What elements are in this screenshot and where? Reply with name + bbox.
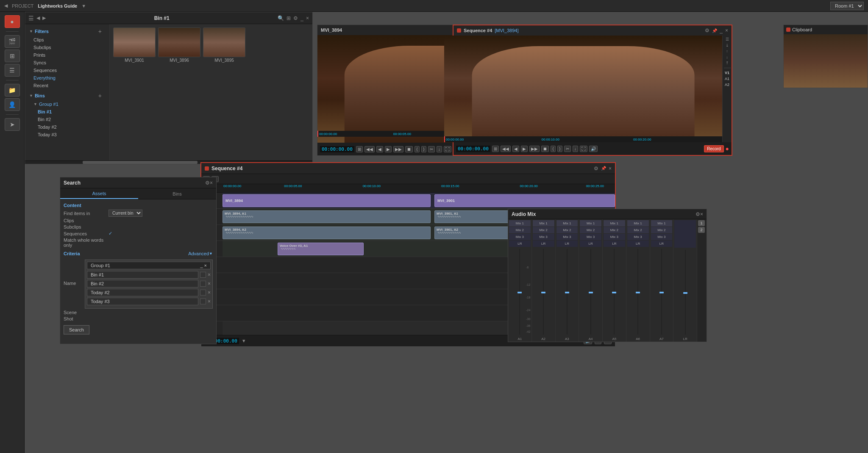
bin-close-icon[interactable]: × [306, 15, 309, 21]
bin-forward-icon[interactable]: ▶ [42, 15, 46, 21]
bins-arrow[interactable]: ▼ [29, 94, 33, 98]
mix-num-1[interactable]: 1 [698, 220, 705, 226]
clip-voiceover-a3[interactable]: ∿∿∿∿∿∿∿ Voice Over #3, A1 [278, 243, 364, 255]
bin-search-icon[interactable]: 🔍 [278, 15, 284, 21]
tree-item-syncs[interactable]: Syncs [25, 59, 109, 66]
tree-item-today2[interactable]: Today #2 [25, 123, 109, 131]
today2-remove[interactable]: × [208, 290, 211, 296]
seq-tc-dropdown[interactable]: ▼ [242, 338, 246, 343]
grid-icon[interactable]: ⊞ [5, 50, 20, 62]
group-remove-icon[interactable]: _ × [200, 263, 207, 268]
bin-gear-icon[interactable]: ⚙ [293, 15, 298, 21]
thumb-mvi3901[interactable]: MVI_3901 [113, 28, 156, 63]
tree-item-bin2[interactable]: Bin #2 [25, 116, 109, 123]
ctrl-rewind[interactable]: ◀◀ [364, 146, 375, 152]
rctrl-expand[interactable]: ⊞ [492, 146, 499, 152]
rctrl-next[interactable]: ▶▶ [529, 146, 540, 152]
bin2-remove[interactable]: × [208, 281, 211, 287]
sidebar-icon-3[interactable]: ↑ [726, 49, 728, 53]
folder-icon[interactable]: 📁 [5, 84, 20, 97]
filters-arrow[interactable]: ▼ [29, 29, 33, 33]
arrow-icon[interactable]: ➤ [5, 118, 20, 131]
rctrl-rewind[interactable]: ◀◀ [501, 146, 511, 152]
viewer-right-close-icon[interactable]: × [725, 28, 728, 33]
tree-item-today3[interactable]: Today #3 [25, 131, 109, 138]
ctrl-prev[interactable]: ◀ [376, 146, 383, 152]
viewer-right-gear-icon[interactable]: ⚙ [705, 28, 709, 33]
today3-remove[interactable]: × [208, 298, 211, 304]
advanced-link[interactable]: Advanced [188, 251, 209, 256]
sequences-checkbox[interactable]: ✓ [108, 231, 112, 236]
sidebar-icon-1[interactable]: ☰ [726, 37, 729, 41]
seq-pin-icon[interactable]: 📌 [601, 166, 606, 171]
bin-back-icon[interactable]: ◀ [36, 15, 40, 21]
ch2-fader-handle[interactable] [541, 292, 545, 293]
back-button[interactable]: ◀ [4, 3, 8, 8]
viewer-right-min-icon[interactable]: _ [720, 28, 723, 33]
clip-mvi3894-v1[interactable]: MVI_3894 [223, 194, 431, 207]
thumb-mvi3896[interactable]: MVI_3896 [158, 28, 200, 63]
expand-icon[interactable]: ⊞ [356, 146, 363, 152]
record-button[interactable]: ● [5, 15, 20, 28]
tab-assets[interactable]: Assets [60, 188, 138, 199]
bin-grid-icon[interactable]: ⊞ [287, 15, 291, 21]
search-close-icon[interactable]: × [210, 180, 213, 186]
find-items-select[interactable]: Current bin [108, 210, 142, 217]
ctrl-stop[interactable]: ⏹ [405, 146, 413, 152]
ch-lr-fader-handle[interactable] [683, 292, 687, 294]
tree-item-sequences[interactable]: Sequences [25, 66, 109, 74]
sidebar-icon-5[interactable]: ⤒ [726, 61, 729, 65]
ch1-fader-handle[interactable] [517, 292, 522, 293]
search-execute-btn[interactable]: Search [64, 325, 89, 334]
rctrl-overwrite[interactable]: ↓ [573, 146, 578, 152]
ch3-fader-handle[interactable] [565, 292, 569, 293]
tree-item-prints[interactable]: Prints [25, 51, 109, 59]
clip-icon[interactable]: 🎬 [5, 35, 20, 48]
advanced-arrow[interactable]: ▼ [209, 251, 213, 256]
clip-mvi3894-a2[interactable]: ∿∿∿∿∿∿∿∿∿∿∿∿∿ MVI_3894, A2 [223, 226, 431, 239]
bins-add-btn[interactable]: + [98, 92, 105, 99]
seq-gear-icon[interactable]: ⚙ [594, 166, 598, 171]
bin-min-icon[interactable]: _ [300, 15, 303, 21]
tree-item-bin1[interactable]: Bin #1 [25, 108, 109, 116]
sidebar-icon-2[interactable]: ⤓ [726, 43, 729, 47]
clip-mvi3901-v1[interactable]: MVI_3901 [434, 194, 615, 207]
ctrl-overwrite[interactable]: ↓ [437, 146, 442, 152]
ch6-fader-handle[interactable] [636, 292, 640, 293]
sidebar-icon-4[interactable]: ↓ [726, 55, 728, 59]
today3-check[interactable] [200, 298, 206, 304]
tree-item-group1[interactable]: ▼ Group #1 [25, 100, 109, 108]
audio-mix-gear-icon[interactable]: ⚙ [696, 211, 700, 217]
ctrl-mark-out[interactable]: ⟩ [421, 146, 426, 152]
record-button[interactable]: Record [704, 145, 723, 152]
clip-mvi3894-a1[interactable]: ∿∿∿∿∿∿∿∿∿∿∿∿∿ MVI_3894, A1 [223, 210, 431, 223]
tree-item-clips[interactable]: Clips [25, 36, 109, 44]
today2-check[interactable] [200, 290, 206, 296]
rctrl-mark-out[interactable]: ⟩ [557, 146, 562, 152]
ch7-fader-handle[interactable] [659, 292, 664, 293]
rctrl-play[interactable]: ▶ [521, 146, 528, 152]
viewer-right-pin-icon[interactable]: 📌 [712, 28, 717, 33]
ctrl-next[interactable]: ▶▶ [393, 146, 403, 152]
rctrl-mark-in[interactable]: ⟨ [551, 146, 556, 152]
people-icon[interactable]: 👤 [5, 98, 20, 111]
mix-num-2[interactable]: 2 [698, 227, 705, 233]
ctrl-splice[interactable]: ✂ [428, 146, 435, 152]
bin1-remove[interactable]: × [208, 272, 211, 278]
rctrl-splice[interactable]: ✂ [564, 146, 571, 152]
rctrl-prev[interactable]: ◀ [512, 146, 519, 152]
filters-add-btn[interactable]: + [98, 28, 105, 35]
room-select[interactable]: Room #1 [830, 2, 864, 10]
project-name[interactable]: Lightworks Guide [38, 3, 77, 8]
tree-item-recent[interactable]: Recent [25, 82, 109, 89]
ch5-fader-handle[interactable] [612, 292, 616, 293]
bin-menu-icon[interactable]: ☰ [28, 15, 34, 22]
ctrl-fullscreen[interactable]: ⛶ [444, 146, 451, 152]
ctrl-mark-in[interactable]: ⟨ [415, 146, 420, 152]
rctrl-audio[interactable]: 🔊 [589, 146, 598, 152]
tree-item-subclips[interactable]: Subclips [25, 44, 109, 51]
bin2-check[interactable] [200, 281, 206, 287]
search-gear-icon[interactable]: ⚙ [205, 180, 210, 186]
ch4-fader-handle[interactable] [589, 292, 593, 293]
rctrl-stop[interactable]: ⏹ [541, 146, 549, 152]
